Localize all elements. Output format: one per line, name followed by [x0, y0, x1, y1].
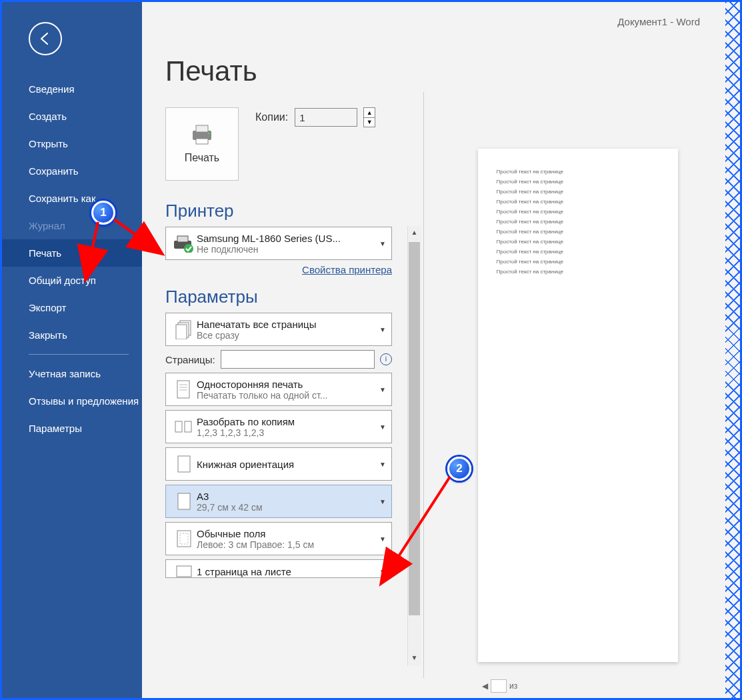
- backstage-sidebar: Сведения Создать Открыть Сохранить Сохра…: [2, 2, 142, 698]
- orient-line1: Книжная ориентация: [197, 459, 378, 470]
- page-number-input[interactable]: [491, 679, 507, 693]
- chevron-down-icon: ▼: [378, 535, 386, 543]
- chevron-down-icon: ▼: [378, 386, 386, 393]
- torn-edge-decoration: [725, 0, 742, 700]
- printer-icon: [189, 124, 215, 145]
- copies-row: Копии: 1 ▲ ▼: [255, 107, 375, 127]
- paper-line1: A3: [197, 491, 378, 502]
- sidebar-item-close[interactable]: Закрыть: [2, 321, 142, 349]
- margins-line1: Обычные поля: [197, 528, 378, 539]
- preview-text-line: Простой текст на странице: [497, 229, 659, 235]
- svg-rect-10: [177, 381, 189, 398]
- collate-line2: 1,2,3 1,2,3 1,2,3: [197, 427, 378, 438]
- margins-icon: [176, 529, 192, 548]
- portrait-icon: [177, 455, 191, 473]
- settings-heading-text: Параметры: [165, 287, 258, 307]
- chevron-down-icon: ▼: [378, 423, 386, 431]
- svg-rect-5: [177, 236, 188, 242]
- spinner-up-icon[interactable]: ▲: [363, 107, 375, 117]
- svg-rect-15: [185, 421, 191, 432]
- svg-rect-16: [178, 456, 190, 472]
- printer-properties-link[interactable]: Свойства принтера: [302, 264, 392, 275]
- sidebar-item-export[interactable]: Экспорт: [2, 294, 142, 321]
- collate-selector[interactable]: Разобрать по копиям 1,2,3 1,2,3 1,2,3 ▼: [165, 410, 392, 443]
- print-preview: Простой текст на страницеПростой текст н…: [429, 55, 727, 678]
- pages-per-sheet-selector[interactable]: 1 страница на листе ▼: [165, 559, 392, 578]
- scroll-down-icon[interactable]: ▼: [409, 654, 419, 663]
- printer-status: Не подключен: [197, 244, 378, 255]
- copies-label: Копии:: [255, 111, 288, 123]
- print-button-label: Печать: [185, 152, 219, 164]
- chevron-down-icon: ▼: [378, 326, 386, 333]
- back-button[interactable]: [29, 22, 62, 55]
- svg-rect-20: [177, 566, 191, 577]
- arrow-left-icon: [37, 31, 53, 47]
- prev-page-icon[interactable]: ◀: [482, 681, 488, 691]
- printer-ready-icon: [173, 234, 195, 253]
- pps-line1: 1 страница на листе: [197, 566, 378, 577]
- spinner-down-icon[interactable]: ▼: [363, 117, 375, 127]
- print-button[interactable]: Печать: [165, 107, 239, 181]
- preview-text-line: Простой текст на странице: [497, 179, 659, 185]
- chevron-down-icon: ▼: [378, 568, 386, 575]
- paper-line2: 29,7 см x 42 см: [197, 502, 378, 513]
- preview-text-line: Простой текст на странице: [497, 239, 659, 245]
- sidebar-item-share[interactable]: Общий доступ: [2, 267, 142, 294]
- preview-text-line: Простой текст на странице: [497, 199, 659, 205]
- papersize-selector[interactable]: A3 29,7 см x 42 см ▼: [165, 485, 392, 518]
- scope-line2: Все сразу: [197, 330, 378, 341]
- pages-stack-icon: [175, 319, 193, 339]
- printer-selector[interactable]: Samsung ML-1860 Series (US... Не подключ…: [165, 227, 392, 260]
- sidebar-item-info[interactable]: Сведения: [2, 75, 142, 103]
- scroll-up-icon[interactable]: ▲: [409, 229, 419, 238]
- vertical-divider: [423, 92, 424, 678]
- printer-section-header: Принтер i: [165, 201, 459, 221]
- settings-scrollbar[interactable]: ▲ ▼: [407, 226, 421, 666]
- sidebar-item-options[interactable]: Параметры: [2, 415, 142, 442]
- info-icon[interactable]: i: [380, 353, 392, 365]
- chevron-down-icon: ▼: [378, 498, 386, 505]
- sides-line1: Односторонняя печать: [197, 379, 378, 390]
- sidebar-item-saveas[interactable]: Сохранить как: [2, 185, 142, 212]
- pages-label: Страницы:: [165, 354, 215, 365]
- collate-line1: Разобрать по копиям: [197, 416, 378, 427]
- preview-page: Простой текст на страницеПростой текст н…: [478, 149, 678, 662]
- preview-text-line: Простой текст на странице: [497, 249, 659, 255]
- sides-selector[interactable]: Односторонняя печать Печатать только на …: [165, 373, 392, 406]
- pager-of-label: из: [509, 681, 517, 691]
- svg-rect-9: [176, 325, 187, 339]
- printer-name: Samsung ML-1860 Series (US...: [197, 233, 378, 244]
- copies-spinner[interactable]: ▲ ▼: [363, 107, 375, 127]
- single-side-icon: [175, 379, 193, 399]
- printer-heading-text: Принтер: [165, 201, 234, 221]
- preview-pager[interactable]: ◀ из: [482, 679, 517, 693]
- copies-input[interactable]: 1: [295, 108, 357, 127]
- collate-icon: [174, 419, 194, 435]
- svg-point-3: [208, 133, 210, 135]
- margins-selector[interactable]: Обычные поля Левое: 3 см Правое: 1,5 см …: [165, 522, 392, 555]
- pages-input[interactable]: [221, 350, 375, 369]
- sidebar-item-save[interactable]: Сохранить: [2, 157, 142, 185]
- sides-line2: Печатать только на одной ст...: [197, 390, 378, 401]
- sidebar-item-account[interactable]: Учетная запись: [2, 360, 142, 387]
- chevron-down-icon: ▼: [378, 240, 386, 247]
- page-title: Печать: [165, 55, 459, 87]
- window-title: Документ1 - Word: [142, 2, 740, 41]
- orientation-selector[interactable]: Книжная ориентация ▼: [165, 447, 392, 481]
- svg-rect-17: [178, 493, 190, 509]
- pps-icon: [176, 565, 192, 577]
- sidebar-item-history[interactable]: Журнал: [2, 212, 142, 239]
- scope-line1: Напечатать все страницы: [197, 319, 378, 330]
- sidebar-item-new[interactable]: Создать: [2, 103, 142, 130]
- sidebar-item-open[interactable]: Открыть: [2, 130, 142, 157]
- preview-text-line: Простой текст на странице: [497, 219, 659, 225]
- sidebar-item-print[interactable]: Печать: [2, 239, 142, 267]
- preview-text-line: Простой текст на странице: [497, 269, 659, 275]
- sidebar-item-feedback[interactable]: Отзывы и предложения: [2, 387, 142, 415]
- preview-text-line: Простой текст на странице: [497, 189, 659, 195]
- svg-rect-1: [196, 125, 208, 132]
- print-scope-selector[interactable]: Напечатать все страницы Все сразу ▼: [165, 313, 392, 346]
- scroll-thumb[interactable]: [409, 242, 420, 615]
- svg-rect-2: [196, 139, 208, 144]
- paper-icon: [177, 492, 191, 511]
